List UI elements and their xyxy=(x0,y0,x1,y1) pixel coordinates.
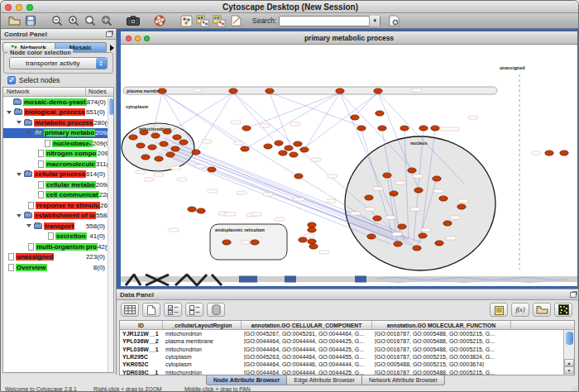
expand-arrow-icon[interactable] xyxy=(17,121,22,124)
scroll-down-button[interactable]: ▼ xyxy=(564,366,574,374)
select-attributes-button[interactable] xyxy=(121,303,139,317)
plasma-membrane-region[interactable] xyxy=(123,87,497,94)
matrix-view-button[interactable] xyxy=(554,303,572,317)
network-node[interactable] xyxy=(208,167,216,172)
node-color-dropdown[interactable]: transporter activity ▲▼ xyxy=(9,57,108,69)
network-canvas[interactable]: plasma membranecytoplasmmitochondrionnuc… xyxy=(121,45,577,274)
vizmap-button[interactable] xyxy=(194,14,211,27)
network-node[interactable] xyxy=(264,144,272,149)
network-node[interactable] xyxy=(457,204,466,209)
column-header-region[interactable]: _cellularLayoutRegion xyxy=(163,321,242,329)
nucleus-region[interactable] xyxy=(345,136,495,270)
tree-row[interactable]: biological_process651(0) xyxy=(3,108,113,118)
table-row[interactable]: YJR121W__1mitochondrion[GO:0045267, GO:0… xyxy=(120,330,574,337)
network-node[interactable] xyxy=(279,151,287,155)
tree-row[interactable]: nucleobase-209(0) xyxy=(3,138,113,149)
network-node[interactable] xyxy=(285,146,293,151)
network-node[interactable] xyxy=(367,234,376,239)
network-node[interactable] xyxy=(171,146,179,151)
table-row[interactable]: YKR052Ccytoplasm[GO:0044464, GO:0044446,… xyxy=(120,361,574,368)
network-node[interactable] xyxy=(308,222,316,227)
network-node[interactable] xyxy=(294,174,303,179)
select-nodes-checkbox[interactable]: ✓ xyxy=(7,76,16,84)
tab-edge-attribute-browser[interactable]: Edge Attribute Browser xyxy=(287,375,362,385)
network-node[interactable] xyxy=(141,155,150,160)
tree-row[interactable]: cellular process614(0) xyxy=(3,170,113,180)
select-all-attributes-button[interactable] xyxy=(164,303,182,317)
network-node[interactable] xyxy=(148,145,156,150)
view-settings-button[interactable] xyxy=(178,14,194,27)
network-node[interactable] xyxy=(431,126,439,131)
tree-row[interactable]: cellular metabo209(0) xyxy=(3,179,113,190)
tree-scrollbar[interactable] xyxy=(108,98,113,372)
float-data-panel-icon[interactable] xyxy=(570,292,577,298)
network-node[interactable] xyxy=(376,111,384,116)
network-node[interactable] xyxy=(439,196,447,201)
tree-row[interactable]: secretion41(0) xyxy=(3,232,113,242)
help-button[interactable] xyxy=(151,14,168,27)
network-node[interactable] xyxy=(309,244,318,249)
table-scrollbar[interactable]: ▲ ▼ xyxy=(563,330,574,375)
table-row[interactable]: YLR295Ccytoplasm[GO:0045263, GO:0044464,… xyxy=(120,353,574,361)
expand-arrow-icon[interactable] xyxy=(17,173,22,176)
column-header-cellular-component[interactable]: annotation.GO CELLULAR_COMPONENT xyxy=(242,321,372,329)
network-node[interactable] xyxy=(294,141,302,146)
tree-row[interactable]: response to stimulu264(0) xyxy=(3,200,113,211)
tree-row[interactable]: macromolecule311(0) xyxy=(3,159,113,170)
network-node[interactable] xyxy=(160,141,168,146)
column-header-molecular-function[interactable]: annotation.GO MOLECULAR_FUNCTION xyxy=(372,321,511,329)
import-attributes-button[interactable] xyxy=(533,303,551,317)
network-node[interactable] xyxy=(300,147,309,152)
network-node[interactable] xyxy=(158,88,166,93)
network-node[interactable] xyxy=(365,195,373,200)
network-node[interactable] xyxy=(390,191,398,196)
network-node[interactable] xyxy=(266,88,274,93)
network-node[interactable] xyxy=(229,88,237,93)
unselect-all-attributes-button[interactable] xyxy=(185,303,203,317)
network-node[interactable] xyxy=(378,126,386,131)
network-node[interactable] xyxy=(166,152,175,157)
network-node[interactable] xyxy=(408,168,416,173)
tree-row[interactable]: multi-organism pro42(0) xyxy=(3,241,113,252)
network-node[interactable] xyxy=(140,130,148,135)
network-view-titlebar[interactable]: primary metabolic process xyxy=(121,31,577,45)
annotation-button[interactable] xyxy=(227,14,244,27)
network-node[interactable] xyxy=(443,221,452,226)
tab-node-attribute-browser[interactable]: Node Attribute Browser xyxy=(206,375,287,385)
network-node[interactable] xyxy=(374,88,382,93)
network-node[interactable] xyxy=(223,240,231,245)
tree-header-nodes[interactable]: Nodes xyxy=(86,88,113,96)
network-node[interactable] xyxy=(290,152,298,157)
network-node[interactable] xyxy=(155,156,163,161)
tree-row[interactable]: metabolic process280(0) xyxy=(3,117,113,128)
tree-row[interactable]: Overview8(0) xyxy=(3,262,113,273)
table-row[interactable]: YPL036W__1mitochondrion[GO:0044464, GO:0… xyxy=(120,346,574,353)
network-node[interactable] xyxy=(163,129,171,134)
tree-row[interactable]: cell communicat22(0) xyxy=(3,190,113,201)
expand-arrow-icon[interactable] xyxy=(26,131,31,135)
tree-row[interactable]: unassigned223(0) xyxy=(3,252,113,263)
network-node[interactable] xyxy=(373,216,381,221)
network-node[interactable] xyxy=(336,88,344,93)
network-node[interactable] xyxy=(241,146,249,151)
snapshot-button[interactable] xyxy=(125,14,141,27)
network-node[interactable] xyxy=(129,135,137,140)
network-node[interactable] xyxy=(151,133,160,138)
network-node[interactable] xyxy=(545,151,553,155)
tree-header-network[interactable]: Network xyxy=(3,88,86,96)
expand-arrow-icon[interactable] xyxy=(17,214,22,218)
zoom-out-button[interactable] xyxy=(49,14,65,27)
network-node[interactable] xyxy=(357,126,366,131)
search-options-button[interactable] xyxy=(385,14,402,27)
network-node[interactable] xyxy=(435,241,443,246)
vizmap-alt-button[interactable] xyxy=(211,14,227,27)
network-node[interactable] xyxy=(192,150,200,155)
tree-row[interactable]: establishment of lo558(0) xyxy=(3,211,113,222)
network-node[interactable] xyxy=(136,143,145,148)
column-header-id[interactable]: ID xyxy=(120,321,163,329)
network-node[interactable] xyxy=(242,126,251,131)
network-node[interactable] xyxy=(394,241,402,246)
network-node[interactable] xyxy=(179,140,188,145)
network-node[interactable] xyxy=(251,240,259,245)
tab-scroll-right-icon[interactable] xyxy=(110,45,114,51)
